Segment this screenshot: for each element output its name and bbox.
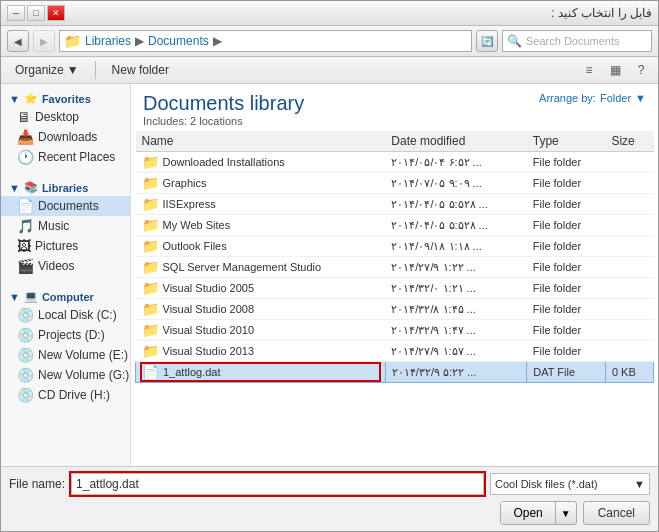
table-row[interactable]: 📁 IISExpress ۲۰۱۴/۰۴/۰۵ ۵:۵۲۸ ... File f… xyxy=(136,194,654,215)
table-row[interactable]: 📁 Visual Studio 2010 ۲۰۱۴/۳۲/۹ ۱:۴۷ ... … xyxy=(136,320,654,341)
sidebar-item-cd-drive[interactable]: 💿 CD Drive (H:) xyxy=(1,385,130,405)
breadcrumb-libraries[interactable]: Libraries xyxy=(85,34,131,48)
open-button-group[interactable]: Open ▼ xyxy=(500,501,576,525)
sidebar-item-new-volume-g[interactable]: 💿 New Volume (G:) xyxy=(1,365,130,385)
file-type: File folder xyxy=(527,173,606,194)
cancel-button[interactable]: Cancel xyxy=(583,501,650,525)
projects-icon: 💿 xyxy=(17,327,34,343)
desktop-icon: 🖥 xyxy=(17,109,31,125)
sidebar-item-downloads[interactable]: 📥 Downloads xyxy=(1,127,130,147)
sidebar-item-projects[interactable]: 💿 Projects (D:) xyxy=(1,325,130,345)
forward-button[interactable]: ▶ xyxy=(33,30,55,52)
file-type: File folder xyxy=(527,152,606,173)
favorites-header[interactable]: ▼ ⭐ Favorites xyxy=(1,88,130,107)
pictures-icon: 🖼 xyxy=(17,238,31,254)
arrange-by-arrow: ▼ xyxy=(635,92,646,104)
computer-header[interactable]: ▼ 💻 Computer xyxy=(1,286,130,305)
help-button[interactable]: ? xyxy=(630,60,652,80)
open-arrow-button[interactable]: ▼ xyxy=(556,504,576,523)
sidebar-item-videos[interactable]: 🎬 Videos xyxy=(1,256,130,276)
folder-icon: 📁 xyxy=(142,343,159,359)
sidebar-item-desktop[interactable]: 🖥 Desktop xyxy=(1,107,130,127)
view-list-button[interactable]: ≡ xyxy=(578,60,600,80)
col-name[interactable]: Name xyxy=(136,131,386,152)
sidebar-item-documents[interactable]: 📄 Documents xyxy=(1,196,130,216)
local-disk-icon: 💿 xyxy=(17,307,34,323)
filename-row: File name: Cool Disk files (*.dat) ▼ xyxy=(9,473,650,495)
library-header: Documents library Includes: 2 locations … xyxy=(131,84,658,131)
documents-icon: 📄 xyxy=(17,198,34,214)
file-date: ۲۰۱۴/۲۷/۹ ۱:۵۷ ... xyxy=(385,341,526,362)
sidebar-item-pictures[interactable]: 🖼 Pictures xyxy=(1,236,130,256)
breadcrumb: 📁 Libraries ▶ Documents ▶ xyxy=(59,30,472,52)
refresh-button[interactable]: 🔄 xyxy=(476,30,498,52)
table-row[interactable]: 📁 My Web Sites ۲۰۱۴/۰۴/۰۵ ۵:۵۲۸ ... File… xyxy=(136,215,654,236)
sidebar-item-local-disk[interactable]: 💿 Local Disk (C:) xyxy=(1,305,130,325)
table-row[interactable]: 📁 Outlook Files ۲۰۱۴/۰۹/۱۸ ۱:۱۸ ... File… xyxy=(136,236,654,257)
star-icon: ⭐ xyxy=(24,92,38,105)
sidebar-item-music[interactable]: 🎵 Music xyxy=(1,216,130,236)
file-date: ۲۰۱۴/۳۲/۹ ۵:۲۲ ... xyxy=(385,362,526,383)
downloads-label: Downloads xyxy=(38,130,97,144)
file-type: File folder xyxy=(527,341,606,362)
files-table: Name Date modified Type Size 📁 Downloade… xyxy=(135,131,654,383)
file-type: File folder xyxy=(527,215,606,236)
search-box[interactable]: 🔍 Search Documents xyxy=(502,30,652,52)
favorites-arrow: ▼ xyxy=(9,93,20,105)
table-row[interactable]: 📄 1_attlog.dat ۲۰۱۴/۳۲/۹ ۵:۲۲ ... DAT Fi… xyxy=(136,362,654,383)
toolbar-separator xyxy=(95,61,96,79)
arrange-by[interactable]: Arrange by: Folder ▼ xyxy=(539,92,646,104)
minimize-button[interactable]: ─ xyxy=(7,5,25,21)
view-details-button[interactable]: ▦ xyxy=(604,60,626,80)
folder-icon: 📁 xyxy=(142,217,159,233)
libraries-section: ▼ 📚 Libraries 📄 Documents 🎵 Music 🖼 Pict… xyxy=(1,177,130,276)
search-placeholder: Search Documents xyxy=(526,35,620,47)
folder-icon: 📁 xyxy=(142,238,159,254)
breadcrumb-documents[interactable]: Documents xyxy=(148,34,209,48)
breadcrumb-separator-2: ▶ xyxy=(213,34,222,48)
arrange-by-label: Arrange by: xyxy=(539,92,596,104)
back-button[interactable]: ◀ xyxy=(7,30,29,52)
col-size[interactable]: Size xyxy=(605,131,653,152)
filetype-arrow: ▼ xyxy=(634,478,645,490)
documents-label: Documents xyxy=(38,199,99,213)
close-button[interactable]: ✕ xyxy=(47,5,65,21)
table-row[interactable]: 📁 Visual Studio 2008 ۲۰۱۴/۳۲/۸ ۱:۴۵ ... … xyxy=(136,299,654,320)
filetype-dropdown[interactable]: Cool Disk files (*.dat) ▼ xyxy=(490,473,650,495)
file-name-cell: 📄 1_attlog.dat xyxy=(142,364,379,380)
folder-icon: 📁 xyxy=(142,259,159,275)
file-type: File folder xyxy=(527,299,606,320)
filename-input-wrapper[interactable] xyxy=(71,473,484,495)
file-date: ۲۰۱۴/۰۴/۰۵ ۵:۵۲۸ ... xyxy=(385,215,526,236)
maximize-button[interactable]: □ xyxy=(27,5,45,21)
organize-button[interactable]: Organize ▼ xyxy=(7,60,87,80)
new-folder-button[interactable]: New folder xyxy=(104,60,177,80)
file-dialog-window: فایل را انتخاب کنید : ─ □ ✕ ◀ ▶ 📁 Librar… xyxy=(0,0,659,532)
new-folder-label: New folder xyxy=(112,63,169,77)
col-date[interactable]: Date modified xyxy=(385,131,526,152)
sidebar-item-recent-places[interactable]: 🕐 Recent Places xyxy=(1,147,130,167)
library-title: Documents library xyxy=(143,92,304,115)
title-bar-text: فایل را انتخاب کنید : xyxy=(551,6,652,20)
file-size xyxy=(605,320,653,341)
libraries-header[interactable]: ▼ 📚 Libraries xyxy=(1,177,130,196)
file-size xyxy=(605,194,653,215)
table-row[interactable]: 📁 Visual Studio 2005 ۲۰۱۴/۳۲/۰ ۱:۲۱ ... … xyxy=(136,278,654,299)
file-icon: 📄 xyxy=(142,364,159,380)
sidebar-item-new-volume-e[interactable]: 💿 New Volume (E:) xyxy=(1,345,130,365)
col-type[interactable]: Type xyxy=(527,131,606,152)
folder-icon: 📁 xyxy=(142,280,159,296)
table-row[interactable]: 📁 Downloaded Installations ۲۰۱۴/۰۵/۰۴ ۶:… xyxy=(136,152,654,173)
table-row[interactable]: 📁 Visual Studio 2013 ۲۰۱۴/۲۷/۹ ۱:۵۷ ... … xyxy=(136,341,654,362)
filename-input[interactable] xyxy=(76,477,479,491)
file-name: Graphics xyxy=(163,177,207,189)
table-row[interactable]: 📁 SQL Server Management Studio ۲۰۱۴/۲۷/۹… xyxy=(136,257,654,278)
file-size xyxy=(605,173,653,194)
open-button[interactable]: Open xyxy=(501,502,555,524)
file-name: SQL Server Management Studio xyxy=(163,261,322,273)
file-table: Name Date modified Type Size 📁 Downloade… xyxy=(131,131,658,466)
folder-icon: 📁 xyxy=(142,301,159,317)
table-row[interactable]: 📁 Graphics ۲۰۱۴/۰۷/۰۵ ۹:۰۹ ... File fold… xyxy=(136,173,654,194)
cd-drive-icon: 💿 xyxy=(17,387,34,403)
libraries-arrow: ▼ xyxy=(9,182,20,194)
